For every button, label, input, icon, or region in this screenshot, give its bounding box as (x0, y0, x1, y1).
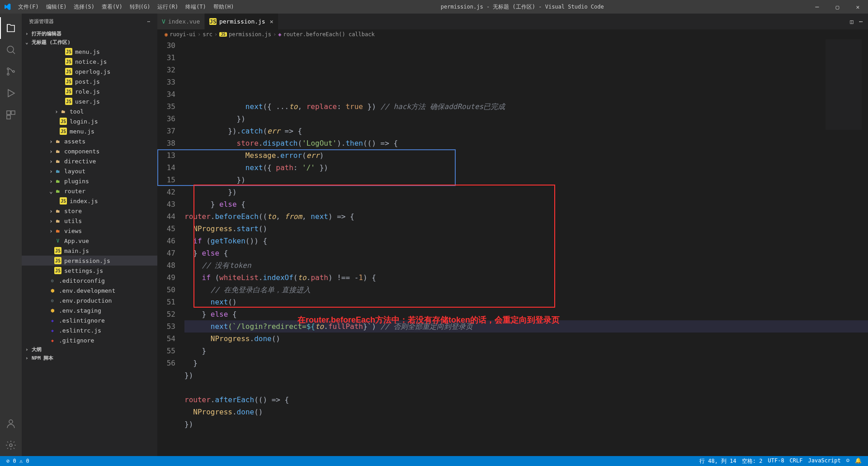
menu-terminal[interactable]: 终端(T) (182, 1, 210, 13)
window-title: permission.js - 无标题 (工作区) - Visual Studi… (238, 3, 807, 11)
tree-item[interactable]: JSrole.js (22, 86, 157, 96)
section-npm[interactable]: ›NPM 脚本 (22, 354, 157, 362)
tree-item-active[interactable]: JSpermission.js (22, 256, 157, 266)
menu-run[interactable]: 运行(R) (154, 1, 182, 13)
svg-point-7 (9, 420, 13, 423)
tree-item[interactable]: ◆.eslintignore (22, 315, 157, 325)
status-errors[interactable]: ⊘ 0 ⚠ 0 (4, 458, 32, 464)
svg-point-0 (7, 46, 14, 52)
tree-folder[interactable]: ›🖿views (22, 226, 157, 236)
split-editor-icon[interactable]: ◫ (850, 18, 854, 25)
menu-help[interactable]: 帮助(H) (210, 1, 238, 13)
tree-item[interactable]: JSpost.js (22, 76, 157, 86)
sidebar-title: 资源管理器 (29, 18, 54, 25)
activity-settings[interactable] (0, 434, 22, 456)
tree-item[interactable]: JSmenu.js (22, 47, 157, 57)
tree-item[interactable]: JSoperlog.js (22, 67, 157, 76)
svg-rect-5 (11, 111, 15, 114)
svg-point-2 (7, 73, 9, 75)
section-open-editors[interactable]: ›打开的编辑器 (22, 29, 157, 38)
activity-search[interactable] (0, 39, 22, 61)
tree-folder[interactable]: ›🖿tool (22, 106, 157, 116)
menu-select[interactable]: 选择(S) (70, 1, 98, 13)
activity-explorer[interactable] (0, 17, 22, 39)
tree-folder[interactable]: ›🖿layout (22, 166, 157, 176)
code[interactable]: 在router.beforeEach方法中：若没有存储token的话，会重定向到… (184, 39, 868, 456)
tree-item[interactable]: ◆.gitignore (22, 335, 157, 345)
tab-permission-js[interactable]: JSpermission.js✕ (205, 14, 278, 29)
tree-item[interactable]: ⬢.env.staging (22, 305, 157, 315)
editor-area: Vindex.vue JSpermission.js✕ ◫ ⋯ ◉ ruoyi-… (157, 14, 868, 456)
sidebar: 资源管理器 ⋯ ›打开的编辑器 ⌄无标题 (工作区) JSmenu.js JSn… (22, 14, 157, 456)
activity-account[interactable] (0, 413, 22, 434)
vscode-icon (4, 3, 11, 10)
status-bell[interactable]: 🔔 (852, 457, 864, 465)
file-tree: JSmenu.js JSnotice.js JSoperlog.js JSpos… (22, 47, 157, 345)
menu-view[interactable]: 查看(V) (98, 1, 126, 13)
menu-edit[interactable]: 编辑(E) (42, 1, 71, 13)
activitybar (0, 14, 22, 456)
editor[interactable]: 3031323334353637381314154243444546474849… (157, 39, 868, 456)
breadcrumbs[interactable]: ◉ ruoyi-ui› src› JS permission.js› ◈ rou… (157, 29, 868, 39)
tree-item[interactable]: JSnotice.js (22, 57, 157, 67)
minimize-button[interactable]: ─ (807, 0, 827, 14)
statusbar: ⊘ 0 ⚠ 0 行 48, 列 14 空格: 2 UTF-8 CRLF Java… (0, 456, 868, 466)
svg-point-3 (13, 71, 14, 72)
svg-point-8 (9, 444, 12, 447)
tree-folder[interactable]: ›🖿assets (22, 136, 157, 146)
more-icon[interactable]: ⋯ (859, 18, 863, 25)
tree-folder[interactable]: ›🖿store (22, 206, 157, 216)
svg-rect-6 (7, 115, 10, 119)
gutter: 3031323334353637381314154243444546474849… (157, 39, 184, 456)
tree-folder[interactable]: ›🖿directive (22, 156, 157, 166)
menu-file[interactable]: 文件(F) (14, 1, 42, 13)
tree-item[interactable]: JSlogin.js (22, 116, 157, 126)
titlebar: 文件(F) 编辑(E) 选择(S) 查看(V) 转到(G) 运行(R) 终端(T… (0, 0, 868, 14)
status-lang[interactable]: JavaScript (806, 457, 844, 465)
menu-goto[interactable]: 转到(G) (126, 1, 154, 13)
tree-folder[interactable]: ›🖿utils (22, 216, 157, 226)
svg-point-1 (7, 68, 9, 70)
sidebar-header: 资源管理器 ⋯ (22, 14, 157, 29)
tree-item[interactable]: JSmenu.js (22, 126, 157, 136)
section-workspace[interactable]: ⌄无标题 (工作区) (22, 38, 157, 47)
tree-folder[interactable]: ⌄🖿router (22, 186, 157, 196)
activity-debug[interactable] (0, 82, 22, 104)
tab-actions: ◫ ⋯ (850, 14, 868, 29)
menubar: 文件(F) 编辑(E) 选择(S) 查看(V) 转到(G) 运行(R) 终端(T… (14, 1, 238, 13)
tree-item[interactable]: JSindex.js (22, 196, 157, 206)
close-button[interactable]: ✕ (848, 0, 868, 14)
tree-item[interactable]: ◆.eslintrc.js (22, 325, 157, 335)
svg-rect-4 (7, 111, 10, 114)
tree-folder[interactable]: ›🖿components (22, 146, 157, 156)
tab-index-vue[interactable]: Vindex.vue (157, 14, 205, 29)
status-spaces[interactable]: 空格: 2 (739, 457, 765, 465)
activity-scm[interactable] (0, 61, 22, 82)
status-encoding[interactable]: UTF-8 (765, 457, 787, 465)
tabs: Vindex.vue JSpermission.js✕ ◫ ⋯ (157, 14, 868, 29)
section-outline[interactable]: ›大纲 (22, 345, 157, 354)
minimap[interactable] (826, 39, 862, 130)
main: 资源管理器 ⋯ ›打开的编辑器 ⌄无标题 (工作区) JSmenu.js JSn… (0, 14, 868, 456)
status-linecol[interactable]: 行 48, 列 14 (697, 457, 739, 465)
tree-item[interactable]: ⚙.editorconfig (22, 276, 157, 285)
tree-item[interactable]: JSmain.js (22, 246, 157, 256)
sidebar-actions[interactable]: ⋯ (147, 19, 150, 24)
activity-extensions[interactable] (0, 104, 22, 126)
tree-item[interactable]: JSsettings.js (22, 266, 157, 276)
status-eol[interactable]: CRLF (787, 457, 806, 465)
close-icon[interactable]: ✕ (270, 18, 274, 25)
annotation-text: 在router.beforeEach方法中：若没有存储token的话，会重定向到… (297, 314, 560, 326)
explorer: ›打开的编辑器 ⌄无标题 (工作区) JSmenu.js JSnotice.js… (22, 29, 157, 456)
tree-item[interactable]: VApp.vue (22, 236, 157, 246)
window-controls: ─ ▢ ✕ (807, 0, 868, 14)
maximize-button[interactable]: ▢ (827, 0, 848, 14)
tree-folder[interactable]: ›🖿plugins (22, 176, 157, 186)
tree-item[interactable]: JSuser.js (22, 96, 157, 106)
status-feedback[interactable]: ☺ (844, 457, 852, 465)
tree-item[interactable]: ⬢.env.development (22, 285, 157, 295)
tree-item[interactable]: ⚙.env.production (22, 295, 157, 305)
